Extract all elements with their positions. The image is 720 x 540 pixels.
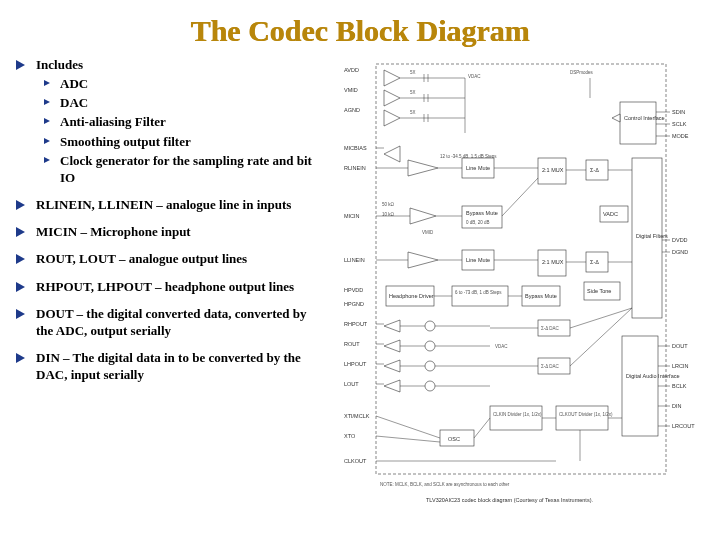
list-item: DAC [36,94,324,111]
svg-text:Digital Audio Interface: Digital Audio Interface [626,373,680,379]
svg-rect-46 [620,102,656,144]
svg-text:AVDD: AVDD [344,67,359,73]
svg-text:HPVDD: HPVDD [344,287,363,293]
svg-text:LLINEIN: LLINEIN [344,257,365,263]
svg-text:2:1 MUX: 2:1 MUX [542,259,564,265]
svg-text:50 kΩ: 50 kΩ [382,202,395,207]
svg-text:LOUT: LOUT [344,381,359,387]
svg-text:LRCOUT: LRCOUT [672,423,695,429]
svg-text:MICIN: MICIN [344,213,360,219]
svg-text:XTI/MCLK: XTI/MCLK [344,413,370,419]
svg-text:5X: 5X [410,70,416,75]
svg-text:OSC: OSC [448,436,460,442]
bullet-out: ROUT, LOUT – analogue output lines [14,250,324,267]
svg-text:DSPmodes: DSPmodes [570,70,594,75]
bullet-column: Includes ADC DAC Anti-aliasing Filter Sm… [14,56,324,522]
svg-text:RLINEIN: RLINEIN [344,165,366,171]
svg-rect-132 [490,406,542,430]
svg-text:Line Mute: Line Mute [466,165,490,171]
svg-text:XTO: XTO [344,433,356,439]
svg-point-107 [425,381,435,391]
list-item: Clock generator for the sampling rate an… [36,152,324,186]
svg-text:6 to -73 dB, 1 dB Steps: 6 to -73 dB, 1 dB Steps [455,290,502,295]
svg-line-139 [376,436,440,442]
svg-text:AGND: AGND [344,107,360,113]
svg-text:Bypass Mute: Bypass Mute [525,293,557,299]
bullet-includes: Includes ADC DAC Anti-aliasing Filter Sm… [14,56,324,186]
svg-text:SDIN: SDIN [672,109,685,115]
page-title: The Codec Block Diagram [0,0,720,56]
bullet-dout: DOUT – the digital converted data, conve… [14,305,324,339]
svg-text:RHPOUT: RHPOUT [344,321,368,327]
svg-point-105 [425,341,435,351]
main-body: Includes ADC DAC Anti-aliasing Filter Sm… [0,56,720,522]
svg-point-104 [425,321,435,331]
list-item: Smoothing output filter [36,133,324,150]
svg-rect-134 [556,406,608,430]
svg-text:ROUT: ROUT [344,341,360,347]
svg-text:CLKOUT Divider (1x, 1/2x): CLKOUT Divider (1x, 1/2x) [559,412,613,417]
svg-rect-125 [622,336,658,436]
svg-line-123 [570,308,632,328]
bullet-hpout: RHPOUT, LHPOUT – headphone output lines [14,278,324,295]
svg-text:5X: 5X [410,90,416,95]
svg-text:MODE: MODE [672,133,689,139]
bullet-micin: MICIN – Microphone input [14,223,324,240]
svg-line-70 [502,178,538,216]
svg-text:LHPOUT: LHPOUT [344,361,367,367]
bullet-linein: RLINEIN, LLINEIN – analogue line in inpu… [14,196,324,213]
svg-text:CLKIN Divider (1x, 1/2x): CLKIN Divider (1x, 1/2x) [493,412,542,417]
svg-text:NOTE: MCLK, BCLK, and SCLK are: NOTE: MCLK, BCLK, and SCLK are asynchron… [380,482,510,487]
svg-text:Control Interface: Control Interface [624,115,665,121]
diagram-column: AVDD VMID AGND MICBIAS RLINEIN MICIN LLI… [334,56,706,522]
svg-text:VMID: VMID [422,230,434,235]
includes-label: Includes [36,57,83,72]
svg-line-138 [376,416,440,438]
svg-text:VDAC: VDAC [468,74,481,79]
svg-text:DVDD: DVDD [672,237,688,243]
list-item: Anti-aliasing Filter [36,113,324,130]
svg-text:0 dB, 20 dB: 0 dB, 20 dB [466,220,490,225]
right-pins: SDIN SCLK MODE DVDD DGND DOUT LRCIN BCLK… [672,109,695,429]
svg-text:Σ-Δ: Σ-Δ [590,259,599,265]
svg-text:5X: 5X [410,110,416,115]
svg-text:TLV320AIC23 codec block diagra: TLV320AIC23 codec block diagram (Courtes… [426,497,593,503]
svg-line-140 [474,418,490,438]
svg-text:HPGND: HPGND [344,301,364,307]
svg-text:DOUT: DOUT [672,343,688,349]
output-amps [376,320,490,392]
svg-text:VMID: VMID [344,87,358,93]
block-diagram: AVDD VMID AGND MICBIAS RLINEIN MICIN LLI… [340,56,700,522]
svg-text:Line Mute: Line Mute [466,257,490,263]
svg-text:LRCIN: LRCIN [672,363,689,369]
svg-text:Σ-Δ DAC: Σ-Δ DAC [541,364,560,369]
svg-text:MICBIAS: MICBIAS [344,145,367,151]
svg-text:Side Tone: Side Tone [587,288,611,294]
svg-text:CLKOUT: CLKOUT [344,458,367,464]
svg-text:BCLK: BCLK [672,383,687,389]
bullet-din: DIN – The digital data in to be converte… [14,349,324,383]
svg-rect-94 [452,286,508,306]
svg-text:VADC: VADC [603,211,618,217]
svg-text:Bypass Mute: Bypass Mute [466,210,498,216]
svg-text:SCLK: SCLK [672,121,687,127]
svg-text:Σ-Δ: Σ-Δ [590,167,599,173]
svg-text:DGND: DGND [672,249,688,255]
svg-text:Digital Filters: Digital Filters [636,233,668,239]
svg-point-106 [425,361,435,371]
svg-text:DIN: DIN [672,403,682,409]
list-item: ADC [36,75,324,92]
top-amps: 5X 5X 5X VDAC [384,70,481,133]
svg-text:Headphone Driver: Headphone Driver [389,293,434,299]
svg-text:Σ-Δ DAC: Σ-Δ DAC [541,326,560,331]
svg-text:VDAC: VDAC [495,344,508,349]
svg-text:2:1 MUX: 2:1 MUX [542,167,564,173]
left-pins: AVDD VMID AGND MICBIAS RLINEIN MICIN LLI… [344,67,370,464]
